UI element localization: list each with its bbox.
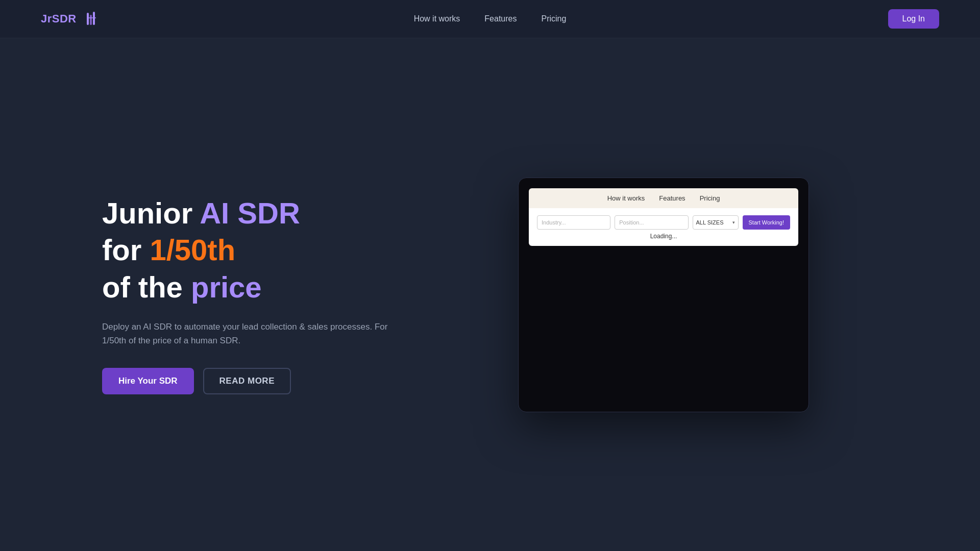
- hero-screenshot: How it works Features Pricing Industry..…: [398, 178, 898, 412]
- screenshot-position-input: Position...: [615, 215, 688, 230]
- screenshot-industry-input: Industry...: [537, 215, 610, 230]
- hero-highlight-price: price: [191, 270, 262, 304]
- navbar: JrSDR How it works Features Pricing Log …: [0, 0, 980, 38]
- svg-rect-2: [93, 12, 95, 25]
- screenshot-inner-navbar: How it works Features Pricing: [529, 188, 798, 208]
- svg-rect-1: [90, 15, 92, 25]
- screenshot-nav-how-it-works: How it works: [607, 194, 645, 202]
- hero-section: Junior AI SDR for 1/50th of the price De…: [102, 195, 398, 395]
- hero-buttons: Hire Your SDR READ MORE: [102, 368, 398, 394]
- screenshot-size-select: ALL SIZES ▾: [693, 215, 739, 230]
- hero-title-line1: Junior AI SDR: [102, 195, 398, 232]
- screenshot-nav-features: Features: [659, 194, 685, 202]
- nav-link-features[interactable]: Features: [484, 14, 517, 23]
- screenshot-loading-text: Loading...: [537, 230, 790, 242]
- hero-highlight-ai-sdr: AI SDR: [200, 196, 300, 230]
- hero-title: Junior AI SDR for 1/50th of the price: [102, 195, 398, 306]
- hero-title-line3: of the price: [102, 269, 398, 306]
- screenshot-dark-body: [529, 256, 798, 412]
- hero-title-line2: for 1/50th: [102, 232, 398, 269]
- logo-text: JrSDR: [41, 12, 77, 26]
- nav-links: How it works Features Pricing: [414, 14, 567, 23]
- screenshot-nav-pricing: Pricing: [700, 194, 720, 202]
- chevron-down-icon: ▾: [732, 220, 735, 225]
- screenshot-controls-row: Industry... Position... ALL SIZES ▾ Star…: [537, 215, 790, 230]
- screenshot-controls-area: Industry... Position... ALL SIZES ▾ Star…: [529, 208, 798, 246]
- nav-link-how-it-works[interactable]: How it works: [414, 14, 460, 23]
- read-more-button[interactable]: READ MORE: [203, 368, 291, 394]
- screenshot-start-button[interactable]: Start Working!: [743, 215, 791, 230]
- login-button[interactable]: Log In: [888, 9, 939, 29]
- svg-rect-0: [87, 13, 89, 25]
- main-content: Junior AI SDR for 1/50th of the price De…: [0, 38, 980, 551]
- logo[interactable]: JrSDR: [41, 10, 100, 28]
- screenshot-mockup: How it works Features Pricing Industry..…: [518, 178, 809, 412]
- hire-sdr-button[interactable]: Hire Your SDR: [102, 368, 194, 394]
- hero-description: Deploy an AI SDR to automate your lead c…: [102, 320, 398, 347]
- nav-link-pricing[interactable]: Pricing: [541, 14, 566, 23]
- hero-highlight-fraction: 1/50th: [150, 233, 235, 266]
- logo-icon: [82, 10, 100, 28]
